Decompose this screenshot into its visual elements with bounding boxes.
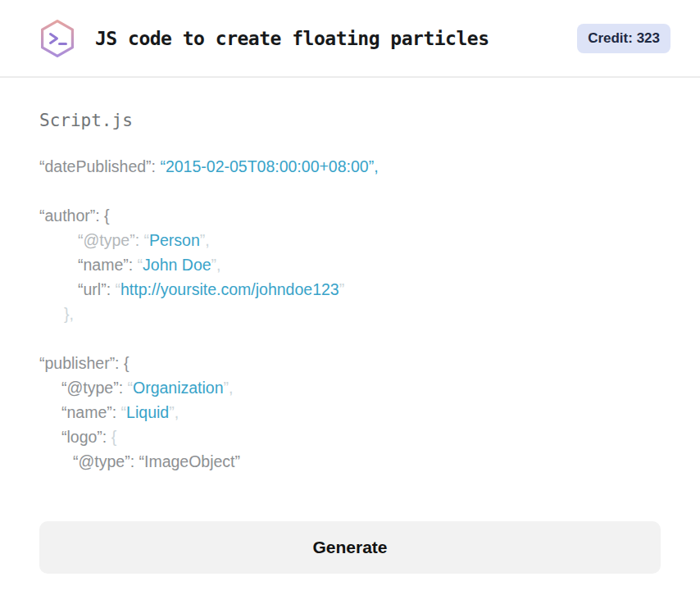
- code-token: {: [111, 428, 117, 446]
- code-block: “datePublished”: “2015-02-05T08:00:00+08…: [39, 154, 661, 474]
- code-panel: Script.js “datePublished”: “2015-02-05T0…: [0, 78, 700, 574]
- code-line: “logo”: {: [39, 425, 661, 449]
- code-token: ”,: [211, 256, 221, 274]
- credit-badge: Credit: 323: [577, 24, 670, 53]
- code-token: John Doe: [143, 256, 211, 274]
- code-token: “@type”:: [61, 379, 127, 397]
- code-line: “url”: “http://yoursite.com/johndoe123”: [39, 277, 661, 302]
- code-token: “url”:: [78, 280, 116, 298]
- code-token: “author”: {: [39, 207, 110, 225]
- code-token: “publisher”: {: [39, 354, 129, 372]
- code-token: “datePublished”:: [39, 157, 160, 175]
- code-line: [39, 326, 661, 351]
- code-token: http://yoursite.com/johndoe123: [120, 280, 339, 298]
- code-line: “author”: {: [39, 203, 661, 228]
- code-token: “@type”: “ImageObject”: [73, 452, 240, 470]
- code-token: ”: [339, 280, 345, 298]
- code-token: “name”:: [78, 256, 138, 274]
- code-line: [39, 179, 661, 203]
- code-token: “name”:: [61, 403, 121, 421]
- code-line: “@type”: “ImageObject”: [39, 449, 661, 474]
- page-title: JS code to create floating particles: [95, 28, 489, 49]
- file-name: Script.js: [39, 111, 661, 131]
- code-line: “@type”: “Person”,: [39, 228, 661, 252]
- code-token: },: [64, 305, 74, 323]
- code-token: Organization: [133, 379, 224, 397]
- code-line: “publisher”: {: [39, 351, 661, 375]
- code-line: },: [39, 302, 661, 326]
- code-token: “2015-02-05T08:00:00+08:00”,: [160, 157, 378, 175]
- generate-button[interactable]: Generate: [39, 521, 661, 574]
- code-line: “name”: “John Doe”,: [39, 252, 661, 277]
- app-window: JS code to create floating particles Cre…: [0, 0, 700, 613]
- code-token: “logo”:: [61, 428, 111, 446]
- code-token: ”,: [200, 231, 210, 249]
- code-line: “name”: “Liquid”,: [39, 400, 661, 425]
- code-token: “@type”:: [78, 231, 143, 249]
- code-line: “datePublished”: “2015-02-05T08:00:00+08…: [39, 154, 661, 179]
- terminal-prompt-hexagon-icon: [39, 19, 75, 58]
- app-header: JS code to create floating particles Cre…: [0, 0, 700, 78]
- code-token: Liquid: [126, 403, 169, 421]
- code-token: ”,: [169, 403, 179, 421]
- code-token: ”,: [224, 379, 234, 397]
- code-line: “@type”: “Organization”,: [39, 375, 661, 400]
- code-token: Person: [149, 231, 200, 249]
